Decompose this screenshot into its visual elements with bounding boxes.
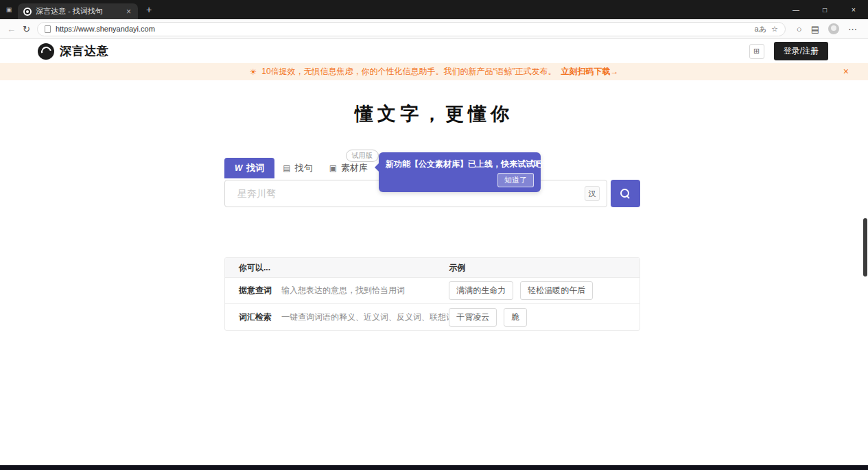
tab-material-library[interactable]: ▣ 素材库 试用版 — [321, 158, 376, 178]
example-chip[interactable]: 干霄凌云 — [449, 308, 497, 327]
tab-find-word[interactable]: W 找词 — [224, 158, 274, 178]
row-desc: 输入想表达的意思，找到恰当用词 — [281, 285, 405, 296]
panel-icon[interactable]: ⊞ — [749, 44, 764, 59]
url-text: https://www.shenyandayi.com — [56, 25, 750, 33]
main-column: W 找词 ▤ 找句 ▣ 素材库 试用版 新功能【公文素材库】已上线，快来试试吧~… — [224, 160, 640, 331]
site-header: 深言达意 ⊞ 登录/注册 — [0, 39, 868, 63]
profile-avatar[interactable] — [828, 23, 839, 34]
example-chip[interactable]: 满满的生命力 — [449, 281, 513, 300]
table-row: 据意查词 输入想表达的意思，找到恰当用词 满满的生命力 轻松温暖的午后 — [225, 278, 640, 304]
find-sentence-icon: ▤ — [283, 163, 290, 173]
ime-toggle-icon[interactable]: 汉 — [585, 186, 600, 201]
row-desc: 一键查询词语的释义、近义词、反义词、联想词等 — [281, 312, 462, 323]
tab-find-sentence[interactable]: ▤ 找句 — [274, 158, 320, 178]
tab-close-icon[interactable]: × — [125, 7, 132, 16]
table-row: 词汇检索 一键查询词语的释义、近义词、反义词、联想词等 干霄凌云 脆 — [225, 304, 640, 330]
browser-tab[interactable]: 深言达意 - 找词找句 × — [18, 3, 138, 19]
browser-navbar: ← ↻ https://www.shenyandayi.com aあ ☆ ○ ▤… — [0, 19, 868, 39]
tab-label: 找句 — [295, 162, 313, 174]
favorite-star-icon[interactable]: ☆ — [771, 25, 778, 34]
navbar-right-icons: ○ ▤ ⋯ — [793, 23, 861, 34]
address-bar[interactable]: https://www.shenyandayi.com aあ ☆ — [37, 22, 786, 36]
site-logo[interactable]: 深言达意 — [38, 43, 109, 60]
new-tab-button[interactable]: + — [146, 4, 152, 15]
logo-text: 深言达意 — [60, 43, 109, 59]
window-controls: — □ × — [782, 0, 868, 19]
header-you-can: 你可以... — [225, 262, 449, 274]
find-word-icon: W — [235, 163, 242, 173]
sun-icon: ☀ — [249, 67, 257, 77]
search-tabs: W 找词 ▤ 找句 ▣ 素材库 试用版 新功能【公文素材库】已上线，快来试试吧~… — [224, 160, 640, 178]
banner-close-icon[interactable]: × — [843, 66, 849, 77]
tooltip-confirm-button[interactable]: 知道了 — [497, 173, 534, 187]
logo-icon — [38, 43, 54, 60]
maximize-button[interactable]: □ — [810, 0, 839, 19]
row-title: 据意查词 — [239, 285, 272, 296]
taskbar-edge — [0, 465, 868, 470]
trial-badge: 试用版 — [346, 150, 379, 162]
material-library-icon: ▣ — [329, 163, 337, 173]
examples-table: 你可以... 示例 据意查词 输入想表达的意思，找到恰当用词 满满的生命力 轻松… — [224, 257, 640, 331]
header-actions: ⊞ 登录/注册 — [749, 42, 828, 60]
magnifier-icon — [620, 189, 631, 199]
banner-text: 10倍提效，无惧信息焦虑，你的个性化信息助手。我们的新产品“语鲸”正式发布。 — [261, 66, 556, 78]
site-favicon — [23, 8, 32, 16]
tab-title: 深言达意 - 找词找句 — [36, 6, 121, 16]
minimize-button[interactable]: — — [782, 0, 810, 19]
banner-download-link[interactable]: 立刻扫码下载→ — [561, 66, 619, 78]
scrollbar-thumb[interactable] — [863, 218, 867, 277]
promo-banner: ☀ 10倍提效，无惧信息焦虑，你的个性化信息助手。我们的新产品“语鲸”正式发布。… — [0, 63, 868, 80]
page-title: 懂文字，更懂你 — [0, 102, 868, 126]
close-button[interactable]: × — [839, 0, 868, 19]
web-page: 深言达意 ⊞ 登录/注册 ☀ 10倍提效，无惧信息焦虑，你的个性化信息助手。我们… — [0, 39, 868, 470]
extension-icon[interactable]: ○ — [797, 24, 802, 34]
new-feature-tooltip: 新功能【公文素材库】已上线，快来试试吧~ 知道了 — [379, 152, 541, 192]
more-menu-icon[interactable]: ⋯ — [848, 24, 857, 34]
tooltip-text: 新功能【公文素材库】已上线，快来试试吧~ — [386, 158, 534, 170]
example-chip[interactable]: 脆 — [504, 308, 527, 327]
site-info-icon[interactable] — [45, 25, 51, 33]
back-icon[interactable]: ← — [7, 24, 16, 34]
row-title: 词汇检索 — [239, 312, 272, 323]
table-header-row: 你可以... 示例 — [225, 258, 640, 278]
collections-icon[interactable]: ▤ — [811, 24, 819, 34]
browser-tab-bar: ▣ 深言达意 - 找词找句 × + — □ × — [0, 0, 868, 19]
tab-label: 找词 — [246, 162, 264, 174]
example-chip[interactable]: 轻松温暖的午后 — [520, 281, 593, 300]
header-examples: 示例 — [449, 262, 640, 274]
search-button[interactable] — [611, 180, 640, 207]
translate-icon[interactable]: aあ — [755, 24, 766, 34]
refresh-icon[interactable]: ↻ — [23, 24, 30, 34]
login-register-button[interactable]: 登录/注册 — [774, 42, 828, 60]
tab-label: 素材库 — [341, 162, 368, 174]
tab-actions-icon[interactable]: ▣ — [0, 6, 18, 13]
